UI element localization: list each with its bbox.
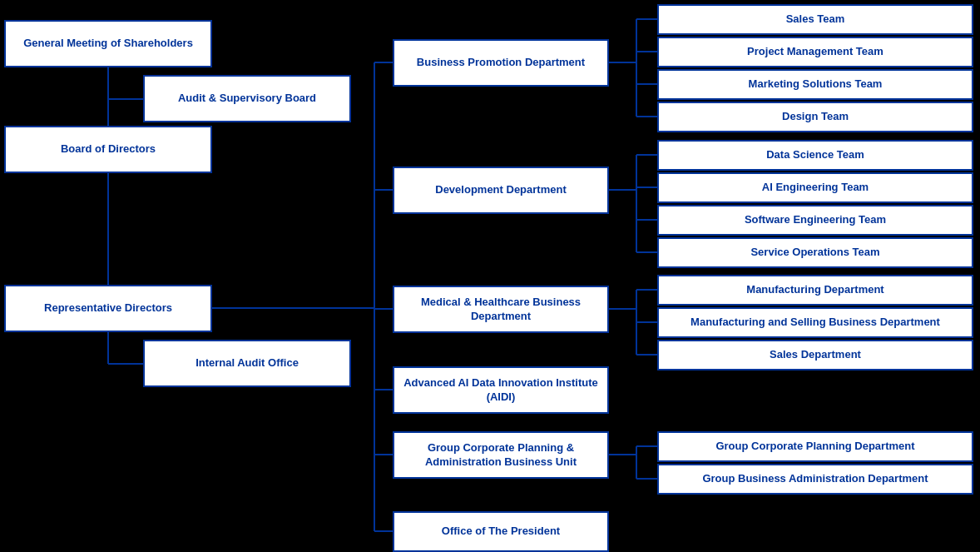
representative-directors-node: Representative Directors — [4, 285, 212, 332]
board-directors-node: Board of Directors — [4, 126, 212, 173]
design-team-node: Design Team — [657, 102, 973, 132]
marketing-solutions-node: Marketing Solutions Team — [657, 69, 973, 100]
data-science-node: Data Science Team — [657, 140, 973, 171]
group-corp-planning-dept-node: Group Corporate Planning Department — [657, 431, 973, 462]
sales-team-node: Sales Team — [657, 4, 973, 35]
sales-dept-node: Sales Department — [657, 340, 973, 370]
internal-audit-node: Internal Audit Office — [143, 340, 351, 387]
software-engineering-node: Software Engineering Team — [657, 205, 973, 236]
development-node: Development Department — [393, 167, 609, 214]
group-corporate-node: Group Corporate Planning & Administratio… — [393, 431, 609, 479]
group-biz-admin-node: Group Business Administration Department — [657, 464, 973, 495]
audit-board-node: Audit & Supervisory Board — [143, 75, 351, 122]
org-chart: General Meeting of Shareholders Audit & … — [0, 0, 980, 552]
medical-healthcare-node: Medical & Healthcare Business Department — [393, 286, 609, 333]
office-president-node: Office of The President — [393, 511, 609, 552]
business-promotion-node: Business Promotion Department — [393, 39, 609, 87]
project-mgmt-node: Project Management Team — [657, 37, 973, 67]
ai-engineering-node: AI Engineering Team — [657, 172, 973, 203]
advanced-ai-node: Advanced AI Data Innovation Institute (A… — [393, 366, 609, 414]
manufacturing-dept-node: Manufacturing Department — [657, 275, 973, 306]
manufacturing-selling-node: Manufacturing and Selling Business Depar… — [657, 307, 973, 338]
general-meeting-node: General Meeting of Shareholders — [4, 20, 212, 67]
service-operations-node: Service Operations Team — [657, 237, 973, 268]
